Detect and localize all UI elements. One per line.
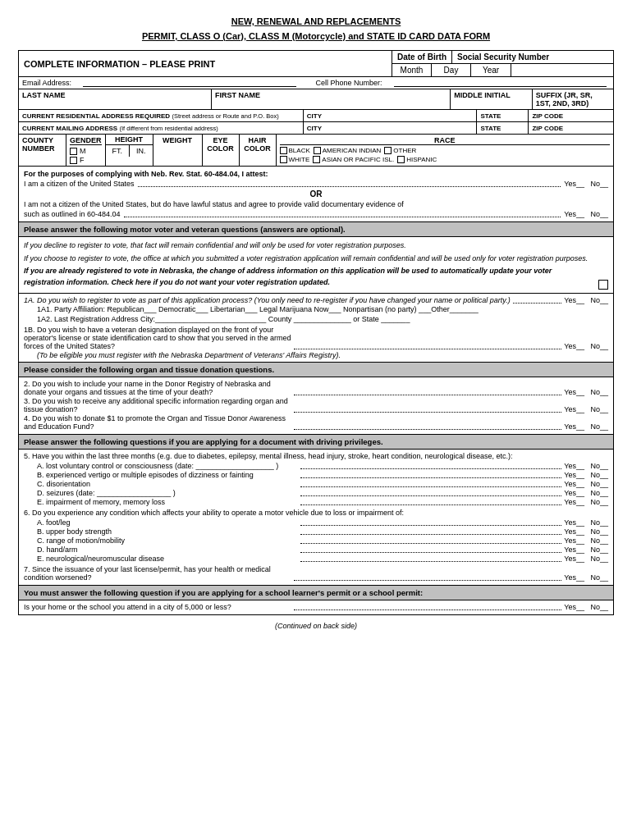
- voter-update-checkbox[interactable]: [598, 280, 608, 290]
- gender-m-checkbox[interactable]: [70, 148, 77, 155]
- school-question-row: Is your home or the school you attend in…: [24, 603, 608, 611]
- height-in-label: IN.: [130, 145, 153, 157]
- mailing-addr-cell: CURRENT MAILING ADDRESS (If different fr…: [19, 122, 304, 134]
- q1a1-row: 1A1. Party Affiliation: Republican___ De…: [24, 305, 608, 313]
- q7-row: 7. Since the issuance of your last licen…: [24, 565, 608, 582]
- q5d-row: D. seizures (date: __________________ ) …: [24, 489, 608, 497]
- top-header: COMPLETE INFORMATION – PLEASE PRINT Date…: [18, 50, 614, 77]
- ssn-field[interactable]: [511, 64, 613, 76]
- ssn-input[interactable]: [516, 66, 608, 75]
- race-asian-checkbox[interactable]: [313, 156, 320, 163]
- or-divider: OR: [24, 189, 608, 199]
- q2-row: 2. Do you wish to include your name in t…: [24, 380, 608, 396]
- q6-intro: 6. Do you experience any condition which…: [24, 509, 608, 517]
- name-row: LAST NAME FIRST NAME MIDDLE INITIAL SUFF…: [18, 89, 614, 110]
- page-title: NEW, RENEWAL AND REPLACEMENTS PERMIT, CL…: [18, 15, 614, 43]
- q6b-row: B. upper body strength Yes__ No__: [24, 527, 608, 536]
- race-american-indian-checkbox[interactable]: [314, 147, 321, 154]
- race-hispanic-checkbox[interactable]: [397, 156, 405, 163]
- q4-row: 4. Do you wish to donate $1 to promote t…: [24, 414, 608, 431]
- non-citizen-text: I am not a citizen of the United States,…: [24, 200, 608, 208]
- complete-info-label: COMPLETE INFORMATION – PLEASE PRINT: [19, 51, 392, 76]
- organ-questions: 2. Do you wish to include your name in t…: [18, 377, 614, 435]
- attest-citizen-line: I am a citizen of the United States Yes_…: [24, 180, 608, 188]
- email-row: Email Address: Cell Phone Number:: [18, 77, 614, 89]
- attest-section: For the purposes of complying with Neb. …: [18, 167, 614, 222]
- dob-ssn-row: Month Day Year: [392, 64, 613, 76]
- driving-header: Please answer the following questions if…: [18, 435, 614, 450]
- dob-month-label: Month: [392, 64, 432, 76]
- first-name-cell: FIRST NAME: [212, 89, 451, 109]
- dob-day-label: Day: [432, 64, 471, 76]
- ssn-label: Social Security Number: [452, 51, 554, 63]
- county-number-cell: COUNTY NUMBER: [19, 135, 66, 166]
- q5-intro: 5. Have you within the last three months…: [24, 452, 608, 460]
- q1a2-row: 1A2. Last Registration Address City:____…: [24, 315, 608, 323]
- height-ft-label: FT.: [106, 145, 131, 157]
- mailing-address-row: CURRENT MAILING ADDRESS (If different fr…: [18, 122, 614, 135]
- motor-voter-text: If you decline to register to vote, that…: [18, 237, 614, 294]
- school-header: You must answer the following question i…: [18, 586, 614, 600]
- hair-color-cell: HAIR COLOR: [240, 135, 277, 166]
- dob-ssn-header: Date of Birth Social Security Number: [392, 51, 613, 64]
- footer: (Continued on back side): [18, 622, 614, 630]
- q5c-row: C. disorientation Yes__ No__: [24, 480, 608, 488]
- school-question-section: Is your home or the school you attend in…: [18, 600, 614, 615]
- q5b-row: B. experienced vertigo or multiple episo…: [24, 471, 608, 479]
- q6d-row: D. hand/arm Yes__ No__: [24, 546, 608, 554]
- email-underline: [83, 79, 295, 87]
- last-name-cell: LAST NAME: [19, 89, 212, 109]
- cell-underline: [394, 79, 607, 87]
- residential-city-cell: CITY: [304, 110, 478, 121]
- mailing-zip-cell: ZIP CODE: [529, 122, 613, 134]
- height-cell: HEIGHT FT. IN.: [106, 135, 153, 166]
- race-other-checkbox[interactable]: [384, 147, 392, 154]
- race-black-checkbox[interactable]: [280, 147, 287, 154]
- dob-year-label: Year: [471, 64, 511, 76]
- q1a-row: 1A. Do you wish to register to vote as p…: [24, 296, 608, 304]
- race-cell: RACE BLACK AMERICAN INDIAN OTHER WHITE: [277, 135, 613, 166]
- cell-label: Cell Phone Number:: [316, 79, 382, 87]
- q6c-row: C. range of motion/mobility Yes__ No__: [24, 536, 608, 545]
- middle-initial-cell: MIDDLE INITIAL: [451, 89, 532, 109]
- suffix-cell: SUFFIX (JR, SR, 1ST, 2ND, 3RD): [533, 89, 613, 109]
- mailing-state-cell: STATE: [477, 122, 529, 134]
- mailing-city-cell: CITY: [304, 122, 478, 134]
- q6e-row: E. neurological/neuromuscular disease Ye…: [24, 555, 608, 563]
- q3-row: 3. Do you wish to receive any additional…: [24, 397, 608, 413]
- motor-voter-header: Please answer the following motor voter …: [18, 222, 614, 237]
- q1b-note: (To be eligible you must register with t…: [24, 351, 608, 359]
- residential-address-row: CURRENT RESIDENTIAL ADDRESS REQUIRED (St…: [18, 110, 614, 122]
- organ-header: Please consider the following organ and …: [18, 363, 614, 377]
- q6a-row: A. foot/leg Yes__ No__: [24, 518, 608, 527]
- eye-color-cell: EYE COLOR: [203, 135, 240, 166]
- driving-questions: 5. Have you within the last three months…: [18, 450, 614, 586]
- q5a-row: A. lost voluntary control or consciousne…: [24, 462, 608, 470]
- q5e-row: E. impairment of memory, memory loss Yes…: [24, 498, 608, 506]
- attest-noncitizen-line: such as outlined in 60-484.04 Yes__ No__: [24, 210, 608, 218]
- q1a-section: 1A. Do you wish to register to vote as p…: [18, 294, 614, 363]
- weight-cell: WEIGHT: [153, 135, 203, 166]
- race-white-checkbox[interactable]: [280, 156, 287, 163]
- dob-ssn-section: Date of Birth Social Security Number Mon…: [392, 51, 613, 76]
- dob-label: Date of Birth: [392, 51, 452, 63]
- gender-cell: GENDER M F: [66, 135, 106, 166]
- residential-zip-cell: ZIP CODE: [529, 110, 613, 121]
- residential-addr-cell: CURRENT RESIDENTIAL ADDRESS REQUIRED (St…: [19, 110, 304, 121]
- residential-state-cell: STATE: [477, 110, 529, 121]
- gender-f-checkbox[interactable]: [70, 157, 77, 164]
- county-row: COUNTY NUMBER GENDER M F HEIGHT FT. IN.: [18, 135, 614, 167]
- q1b-row: 1B. Do you wish to have a veteran design…: [24, 326, 608, 350]
- email-label: Email Address:: [22, 79, 71, 87]
